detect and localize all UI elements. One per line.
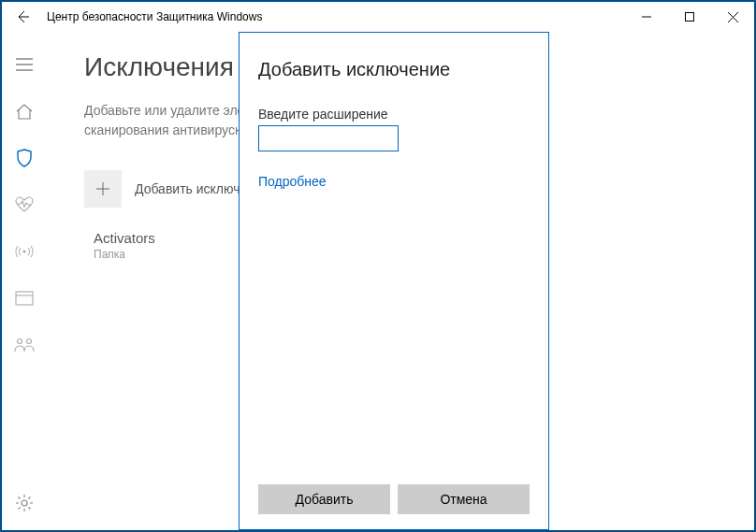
back-button[interactable] (11, 6, 34, 28)
app-browser-icon[interactable] (14, 288, 35, 309)
menu-icon[interactable] (14, 54, 35, 75)
close-button[interactable] (711, 2, 754, 32)
heart-icon[interactable] (14, 194, 35, 215)
shield-icon[interactable] (14, 148, 35, 168)
svg-point-11 (27, 339, 32, 344)
svg-rect-1 (686, 13, 694, 22)
app-window: Центр безопасности Защитника Windows (0, 0, 756, 532)
add-exclusion-dialog: Добавить исключение Введите расширение П… (239, 32, 549, 530)
dialog-title: Добавить исключение (258, 59, 530, 80)
svg-point-12 (22, 500, 27, 506)
maximize-button[interactable] (668, 2, 711, 32)
network-icon[interactable] (14, 241, 35, 262)
dialog-add-button[interactable]: Добавить (258, 484, 390, 514)
minimize-button[interactable] (625, 2, 668, 32)
home-icon[interactable] (14, 101, 35, 122)
svg-rect-8 (16, 292, 33, 305)
sidebar (2, 32, 47, 530)
window-controls (625, 2, 754, 32)
settings-icon[interactable] (14, 493, 35, 513)
titlebar: Центр безопасности Защитника Windows (2, 2, 754, 32)
dialog-buttons: Добавить Отмена (258, 484, 530, 514)
dialog-cancel-button[interactable]: Отмена (398, 484, 530, 514)
family-icon[interactable] (14, 335, 35, 355)
extension-field-label: Введите расширение (258, 107, 530, 122)
svg-point-7 (23, 251, 26, 253)
plus-icon (84, 170, 122, 208)
window-title: Центр безопасности Защитника Windows (47, 10, 625, 23)
extension-input[interactable] (258, 125, 399, 151)
more-info-link[interactable]: Подробнее (258, 174, 530, 189)
svg-point-10 (18, 339, 22, 344)
